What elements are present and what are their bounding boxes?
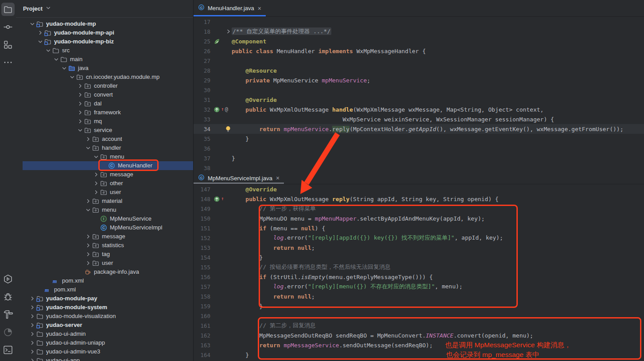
line-number[interactable]: 32: [194, 106, 212, 113]
code-line-154[interactable]: 154 }: [194, 252, 644, 262]
chevron-collapsed-icon[interactable]: [36, 29, 44, 36]
line-number[interactable]: 164: [194, 352, 212, 358]
tree-item-main[interactable]: main: [23, 55, 193, 64]
tree-item-yudao-module-mp-biz[interactable]: yudao-module-mp-biz: [23, 37, 193, 46]
code-line-35[interactable]: 35 }: [194, 134, 644, 144]
chevron-collapsed-icon[interactable]: [76, 118, 84, 125]
code-line-148[interactable]: 148↑ public WxMpXmlOutMessage reply(Stri…: [194, 194, 644, 204]
tree-item-dal[interactable]: dal: [23, 99, 193, 108]
line-number[interactable]: 36: [194, 145, 212, 152]
chevron-collapsed-icon[interactable]: [28, 322, 36, 329]
editor-mpmenuserviceimpl[interactable]: 147 @Override148↑ public WxMpXmlOutMessa…: [194, 184, 644, 361]
code-line-30[interactable]: 30: [194, 85, 644, 95]
project-tool-icon[interactable]: [1, 3, 15, 16]
debug-tool-icon[interactable]: [1, 290, 15, 303]
tree-item-java[interactable]: java: [23, 64, 193, 73]
tree-item-yudao-module-mp[interactable]: yudao-module-mp: [23, 19, 193, 28]
line-number[interactable]: 29: [194, 77, 212, 84]
more-tool-icon[interactable]: [1, 56, 15, 69]
tree-item-yudao-module-visualization[interactable]: yudao-module-visualization: [23, 312, 193, 321]
tree-item-framework[interactable]: framework: [23, 108, 193, 117]
code-line-153[interactable]: 153 return null;: [194, 243, 644, 252]
line-number[interactable]: 26: [194, 48, 212, 54]
tree-item-material[interactable]: material: [23, 197, 193, 206]
line-number[interactable]: 17: [194, 19, 212, 25]
line-number[interactable]: 147: [194, 186, 212, 193]
chevron-collapsed-icon[interactable]: [84, 260, 92, 267]
line-number[interactable]: 155: [194, 264, 212, 271]
code-line-150[interactable]: 150 MpMenuDO menu = mpMenuMapper.selectB…: [194, 213, 644, 223]
chevron-collapsed-icon[interactable]: [28, 295, 36, 302]
tree-item-cn-iocoder-yudao-module-mp[interactable]: cn.iocoder.yudao.module.mp: [23, 73, 193, 82]
code-line-38[interactable]: 38: [194, 163, 644, 172]
line-number[interactable]: 34: [194, 126, 212, 132]
line-number[interactable]: 28: [194, 67, 212, 74]
line-number[interactable]: 37: [194, 155, 212, 162]
chevron-collapsed-icon[interactable]: [28, 304, 36, 311]
tree-item-src[interactable]: src: [23, 46, 193, 55]
line-number[interactable]: 162: [194, 332, 212, 339]
line-number[interactable]: 27: [194, 58, 212, 64]
code-line-159[interactable]: 159 }: [194, 301, 644, 311]
line-number[interactable]: 151: [194, 225, 212, 232]
code-line-158[interactable]: 158 return null;: [194, 291, 644, 301]
code-line-151[interactable]: 151 if (menu == null) {: [194, 223, 644, 233]
code-line-161[interactable]: 161 // 第二步，回复消息: [194, 321, 644, 330]
tree-item-yudao-server[interactable]: yudao-server: [23, 321, 193, 330]
chevron-collapsed-icon[interactable]: [84, 198, 92, 205]
chevron-collapsed-icon[interactable]: [28, 339, 36, 346]
code-line-36[interactable]: 36: [194, 144, 644, 153]
code-line-163[interactable]: 163 return mpMessageService.sendOutMessa…: [194, 340, 644, 350]
chevron-collapsed-icon[interactable]: [76, 100, 84, 107]
line-number[interactable]: 148: [194, 196, 212, 202]
chevron-expanded-icon[interactable]: [52, 56, 60, 63]
chevron-expanded-icon[interactable]: [92, 153, 100, 160]
tree-item-yudao-module-pay[interactable]: yudao-module-pay: [23, 294, 193, 303]
chevron-collapsed-icon[interactable]: [92, 189, 100, 196]
chevron-collapsed-icon[interactable]: [92, 180, 100, 187]
line-number[interactable]: 35: [194, 136, 212, 142]
tree-item-user[interactable]: user: [23, 188, 193, 197]
tree-item-convert[interactable]: convert: [23, 90, 193, 99]
services-tool-icon[interactable]: [1, 272, 15, 286]
chevron-expanded-icon[interactable]: [44, 47, 52, 54]
tree-item-handler[interactable]: handler: [23, 144, 193, 152]
chevron-collapsed-icon[interactable]: [76, 82, 84, 89]
code-line-160[interactable]: 160: [194, 311, 644, 321]
chevron-collapsed-icon[interactable]: [84, 242, 92, 249]
code-line-37[interactable]: 37}: [194, 153, 644, 163]
structure-tool-icon[interactable]: [1, 38, 15, 51]
line-number[interactable]: 153: [194, 245, 212, 251]
fold-icon[interactable]: [225, 28, 232, 35]
line-number[interactable]: 33: [194, 116, 212, 123]
tab-mpmenuserviceimpl[interactable]: C MpMenuServiceImpl.java ×: [194, 172, 284, 184]
line-number[interactable]: 156: [194, 274, 212, 280]
tree-item-mpmenuserviceimpl[interactable]: CMpMenuServiceImpl: [23, 223, 193, 232]
code-line-17[interactable]: 17: [194, 17, 644, 27]
code-line-162[interactable]: 162 MpMessageSendOutReqBO sendReqBO = Mp…: [194, 330, 644, 340]
code-line-31[interactable]: 31 @Override: [194, 95, 644, 105]
tree-item-tag[interactable]: tag: [23, 250, 193, 259]
code-line-152[interactable]: 152 log.error("[reply][appId({}) key({})…: [194, 233, 644, 243]
chevron-collapsed-icon[interactable]: [28, 348, 36, 355]
tree-item-message[interactable]: message: [23, 232, 193, 241]
line-number[interactable]: 157: [194, 283, 212, 290]
line-number[interactable]: 18: [194, 28, 212, 35]
tree-item-mq[interactable]: mq: [23, 117, 193, 126]
line-number[interactable]: 25: [194, 38, 212, 45]
tree-item-yudao-ui-admin-vue3[interactable]: yudao-ui-admin-vue3: [23, 347, 193, 356]
code-line-28[interactable]: 28 @Resource: [194, 66, 644, 75]
code-line-34[interactable]: 34 return mpMenuService.reply(MpContextH…: [194, 124, 644, 134]
tree-item-controller[interactable]: controller: [23, 82, 193, 90]
bulb-icon[interactable]: [225, 125, 232, 132]
tree-item-account[interactable]: account: [23, 135, 193, 144]
terminal-tool-icon[interactable]: [1, 343, 15, 357]
chevron-collapsed-icon[interactable]: [92, 171, 100, 178]
line-number[interactable]: 31: [194, 97, 212, 103]
code-line-26[interactable]: 26public class MenuHandler implements Wx…: [194, 46, 644, 56]
chevron-expanded-icon[interactable]: [60, 65, 68, 72]
tree-item-yudao-ui-app[interactable]: yudao-ui-app: [23, 356, 193, 361]
chevron-collapsed-icon[interactable]: [76, 109, 84, 116]
tree-item-menuhandler[interactable]: CMenuHandler: [23, 161, 193, 170]
chevron-expanded-icon[interactable]: [84, 206, 92, 213]
